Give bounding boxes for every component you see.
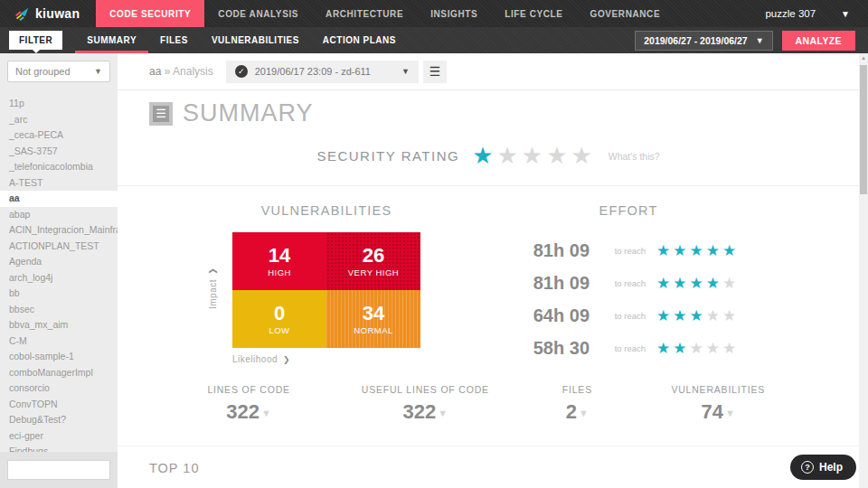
star-icon: ★	[690, 307, 706, 324]
tab-files[interactable]: FILES	[148, 27, 200, 53]
metric-label: FILES	[562, 384, 592, 395]
star-icon: ★	[656, 242, 673, 259]
application-sidebar: Not grouped ▼ 11p _arc _ceca-PECA _SAS-3…	[0, 53, 118, 488]
tab-summary[interactable]: SUMMARY	[75, 27, 148, 53]
chevron-up-icon: ❯	[208, 267, 217, 275]
account-selector[interactable]: puzzle 307 ▼	[765, 0, 868, 27]
date-range-selector[interactable]: 2019/06/27 - 2019/06/27 ▼	[635, 31, 772, 51]
effort-stars: ★★★★★	[656, 306, 739, 325]
effort-value: 81h 09	[506, 273, 590, 294]
star-icon: ★	[722, 275, 739, 292]
sidebar-item[interactable]: Agenda	[0, 254, 118, 270]
sidebar-item[interactable]: Debug&Test?	[0, 412, 118, 428]
sub-navigation-bar: FILTER SUMMARY FILES VULNERABILITIES ACT…	[0, 27, 868, 53]
analysis-menu-button[interactable]: ☰	[423, 61, 447, 83]
sidebar-item[interactable]: _SAS-3757	[0, 144, 118, 160]
sidebar-item-selected[interactable]: aa	[0, 191, 118, 207]
matrix-value: 14	[269, 245, 290, 267]
metric-value-dropdown[interactable]: 322▼	[362, 400, 489, 424]
star-icon: ★	[706, 340, 722, 357]
scrollbar-thumb[interactable]	[860, 65, 867, 194]
matrix-label: NORMAL	[354, 325, 393, 335]
page-title: SUMMARY	[183, 99, 314, 127]
analyze-button[interactable]: ANALYZE	[782, 31, 855, 51]
sidebar-item[interactable]: bbva_mx_aim	[0, 317, 118, 333]
sidebar-item[interactable]: _ceca-PECA	[0, 127, 118, 144]
sidebar-item[interactable]: ACIN_Integracion_Mainframe	[0, 222, 118, 239]
top-nav-items: CODE SECURITY CODE ANALYSIS ARCHITECTURE…	[96, 0, 674, 27]
whats-this-link[interactable]: What's this?	[609, 151, 660, 162]
star-icon: ★	[722, 242, 739, 259]
star-icon: ★	[546, 142, 571, 169]
effort-value: 58h 30	[506, 338, 590, 359]
group-by-value: Not grouped	[15, 66, 71, 77]
filter-button[interactable]: FILTER	[9, 31, 62, 50]
tab-action-plans[interactable]: ACTION PLANS	[311, 27, 408, 53]
metric-value-dropdown[interactable]: 322▼	[207, 400, 290, 424]
effort-row: 64h 09 to reach ★★★★★	[506, 299, 739, 332]
sidebar-item[interactable]: abap	[0, 207, 118, 223]
help-button[interactable]: ? Help	[790, 455, 856, 480]
matrix-label: LOW	[269, 325, 289, 335]
effort-row: 81h 09 to reach ★★★★★	[506, 267, 739, 299]
security-rating-stars: ★★★★★	[472, 142, 596, 170]
matrix-cell-low[interactable]: 0 LOW	[232, 290, 326, 348]
topnav-code-security[interactable]: CODE SECURITY	[96, 0, 204, 27]
sidebar-item[interactable]: C-M	[0, 333, 118, 350]
sidebar-item[interactable]: A-TEST	[0, 175, 118, 192]
sidebar-item[interactable]: eci-gper	[0, 428, 118, 445]
tab-vulnerabilities[interactable]: VULNERABILITIES	[200, 27, 311, 53]
metric-files: FILES 2▼	[562, 384, 592, 424]
sidebar-item[interactable]: _telefonicacolombia	[0, 159, 118, 175]
section-divider	[118, 185, 859, 186]
kiuwan-logo[interactable]: kiuwan	[0, 0, 96, 27]
main-content: aa » Analysis ✓ 2019/06/17 23:09 - zd-61…	[118, 53, 859, 488]
sidebar-item[interactable]: bb	[0, 286, 118, 302]
sidebar-item[interactable]: _arc	[0, 112, 118, 128]
summary-section-icon: ☰	[149, 102, 173, 126]
sidebar-item[interactable]: arch_log4j	[0, 270, 118, 286]
impact-axis: ❯ Impact	[206, 267, 219, 348]
to-reach-label: to reach	[604, 343, 646, 353]
star-icon: ★	[656, 307, 673, 324]
sidebar-item[interactable]: ConvTOPN	[0, 397, 118, 413]
vulnerabilities-title: VULNERABILITIES	[232, 203, 420, 218]
security-rating-row: SECURITY RATING ★★★★★ What's this?	[118, 142, 859, 170]
topnav-life-cycle[interactable]: LIFE CYCLE	[491, 0, 576, 27]
matrix-cell-very-high[interactable]: 26 VERY HIGH	[326, 232, 420, 290]
star-icon: ★	[690, 242, 706, 259]
star-icon: ★	[571, 142, 595, 169]
matrix-cell-high[interactable]: 14 HIGH	[232, 232, 326, 290]
section-tabs: SUMMARY FILES VULNERABILITIES ACTION PLA…	[75, 27, 408, 53]
sidebar-item[interactable]: cobol-sample-1	[0, 349, 118, 365]
sidebar-search	[0, 452, 118, 488]
breadcrumb-project[interactable]: aa	[149, 65, 161, 78]
topnav-insights[interactable]: INSIGHTS	[417, 0, 491, 27]
star-icon: ★	[673, 275, 689, 292]
star-icon: ★	[722, 340, 739, 357]
topnav-architecture[interactable]: ARCHITECTURE	[312, 0, 417, 27]
chevron-down-icon: ▼	[841, 9, 850, 19]
chevron-right-icon: ❯	[283, 355, 290, 364]
topnav-governance[interactable]: GOVERNANCE	[577, 0, 675, 27]
security-rating-label: SECURITY RATING	[316, 148, 459, 164]
topnav-code-analysis[interactable]: CODE ANALYSIS	[204, 0, 312, 27]
sidebar-item[interactable]: Findbugs	[0, 444, 118, 452]
metric-lines-of-code: LINES OF CODE 322▼	[207, 384, 290, 424]
star-icon: ★	[656, 275, 673, 292]
metric-value-dropdown[interactable]: 2▼	[562, 400, 592, 424]
effort-row: 58h 30 to reach ★★★★★	[506, 332, 739, 364]
to-reach-label: to reach	[604, 246, 646, 256]
effort-stars: ★★★★★	[656, 241, 739, 260]
effort-stars: ★★★★★	[656, 339, 739, 358]
sidebar-item[interactable]: consorcio	[0, 380, 118, 397]
sidebar-item[interactable]: comboManagerImpl	[0, 365, 118, 381]
scrollbar-up-arrow[interactable]: ▲	[859, 55, 868, 61]
analysis-selector[interactable]: ✓ 2019/06/17 23:09 - zd-611 ▼	[226, 61, 419, 83]
sidebar-item[interactable]: 11p	[0, 96, 118, 112]
metric-value-dropdown[interactable]: 74▼	[671, 400, 765, 424]
sidebar-item[interactable]: bbsec	[0, 302, 118, 318]
matrix-cell-normal[interactable]: 34 NORMAL	[326, 290, 420, 348]
sidebar-item[interactable]: ACTIONPLAN_TEST	[0, 239, 118, 255]
group-by-select[interactable]: Not grouped ▼	[7, 61, 110, 82]
